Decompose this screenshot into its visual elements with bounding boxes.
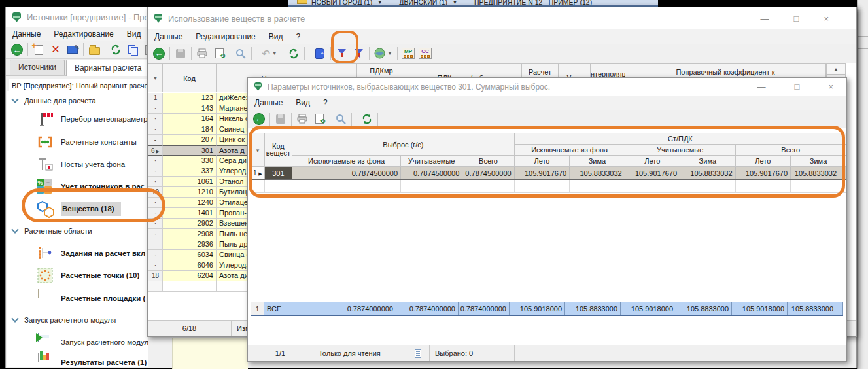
menu-item[interactable]: Данные bbox=[254, 98, 283, 107]
menu-item[interactable]: ? bbox=[323, 98, 328, 107]
tree-item-background-posts[interactable]: Посты учета фона bbox=[7, 154, 148, 174]
row-number: · bbox=[148, 166, 163, 177]
filter-button[interactable] bbox=[333, 46, 350, 62]
column-filter-icon[interactable]: ▼ bbox=[153, 75, 158, 81]
menu-item[interactable]: Вид bbox=[127, 29, 141, 39]
refresh-button[interactable] bbox=[285, 46, 302, 62]
back-button[interactable]: ← bbox=[251, 111, 268, 127]
menu-item[interactable]: Редактирование bbox=[54, 29, 113, 39]
tree-section-label: Запуск расчетного модуля bbox=[24, 316, 116, 324]
tree-section-0[interactable]: Данные для расчета bbox=[7, 91, 148, 111]
maximize-button[interactable]: □ bbox=[794, 14, 799, 24]
minimize-button[interactable]: — bbox=[761, 14, 769, 24]
search-button[interactable] bbox=[332, 111, 349, 127]
col-header[interactable]: Лето bbox=[735, 156, 790, 167]
tree-item-calc-tasks[interactable]: Задания на расчет вкл bbox=[7, 243, 148, 263]
tree-item-meteo-flag[interactable]: Перебор метеопараметров bbox=[7, 109, 148, 129]
emissions-table: ▼ Код вещест Выброс (г/с) Ст/ПДК Исключа… bbox=[251, 133, 846, 193]
delete-x-icon: ✕ bbox=[51, 44, 60, 55]
delete-button[interactable]: ✕ bbox=[47, 42, 64, 58]
refresh-button[interactable] bbox=[358, 111, 375, 127]
globe-icon bbox=[374, 48, 385, 59]
row-number: 10 bbox=[148, 187, 163, 198]
table-row[interactable]: 1 ▶ 301 0.7874500000 0.7874500000 0.7874… bbox=[251, 167, 846, 180]
col-header[interactable]: Зима bbox=[680, 156, 735, 167]
minimize-icon[interactable]: — bbox=[860, 5, 868, 14]
print-preview-button[interactable] bbox=[311, 111, 328, 127]
new-button[interactable] bbox=[30, 42, 47, 58]
group-header-emission[interactable]: Выброс (г/с) bbox=[292, 133, 515, 156]
substances-titlebar: Использование веществ в расчете — □ × bbox=[148, 7, 856, 29]
cc-icon: CC bbox=[419, 48, 432, 59]
tree-item-run-module[interactable]: Запуск расчетного модуля bbox=[7, 332, 148, 352]
menu-item[interactable]: Данные bbox=[154, 32, 182, 41]
row-number: · bbox=[148, 103, 163, 114]
menu-item[interactable]: Вид bbox=[269, 32, 283, 41]
print-button[interactable] bbox=[194, 46, 211, 62]
filter-selected-button[interactable]: x bbox=[350, 46, 367, 62]
menu-item[interactable]: Данные bbox=[12, 29, 41, 39]
tab-calc-variants[interactable]: Варианты расчета bbox=[66, 60, 150, 76]
tree-item-results[interactable]: Результаты расчета (1) bbox=[7, 353, 148, 367]
print-button[interactable] bbox=[294, 111, 311, 127]
menu-item[interactable]: Редактирование bbox=[196, 32, 255, 41]
col-header-substance-code[interactable]: Код вещест bbox=[264, 133, 292, 167]
scroll-up-icon[interactable]: ▲ bbox=[827, 64, 845, 75]
row-number: · bbox=[148, 124, 163, 135]
back-button[interactable]: ← bbox=[150, 46, 167, 62]
close-button[interactable]: × bbox=[828, 82, 833, 92]
save-button[interactable] bbox=[172, 46, 189, 62]
tree-item-substances[interactable]: Вещества (18) bbox=[7, 199, 148, 219]
menu-item[interactable]: ? bbox=[296, 32, 301, 41]
tree-item-calc-areas[interactable]: Расчетные площадки ( bbox=[7, 289, 148, 308]
open-button[interactable] bbox=[86, 42, 103, 58]
undo-button[interactable]: ↶▼ bbox=[258, 46, 281, 62]
col-header-code[interactable]: Код bbox=[163, 63, 217, 92]
refresh-icon bbox=[111, 44, 121, 55]
copy-icon bbox=[128, 45, 138, 55]
col-header[interactable]: Лето bbox=[625, 156, 680, 167]
rename-button[interactable] bbox=[64, 42, 81, 58]
minimize-button[interactable]: — bbox=[757, 82, 766, 92]
search-button[interactable] bbox=[232, 46, 249, 62]
background-posts-icon bbox=[37, 156, 54, 173]
col-header[interactable]: Исключаемые из фона bbox=[292, 156, 401, 167]
save-button[interactable] bbox=[272, 111, 289, 127]
row-filter-header[interactable]: ▼ bbox=[251, 133, 265, 167]
subgroup-total[interactable]: Всего bbox=[735, 145, 846, 156]
group-header-st-pdk[interactable]: Ст/ПДК bbox=[514, 133, 846, 145]
tree-section-2[interactable]: Запуск расчетного модуля bbox=[7, 310, 148, 330]
mp-button[interactable]: MP bbox=[400, 46, 417, 62]
maximize-button[interactable]: □ bbox=[795, 82, 800, 92]
copy-button[interactable] bbox=[124, 42, 141, 58]
print-preview-button[interactable] bbox=[211, 46, 228, 62]
col-header[interactable]: Лето bbox=[514, 156, 569, 167]
tab-sources[interactable]: Источники bbox=[10, 60, 65, 75]
catalog-button[interactable] bbox=[311, 46, 328, 62]
export-button[interactable]: ▼ bbox=[372, 46, 395, 62]
col-header[interactable]: Учитываемые bbox=[401, 156, 462, 167]
menu-item[interactable]: Вид bbox=[296, 98, 310, 107]
tree-item-calc-constants[interactable]: Расчетные константы bbox=[7, 132, 148, 152]
tree-section-1[interactable]: Расчетные области bbox=[7, 221, 148, 241]
printer-icon bbox=[197, 48, 207, 58]
subgroup-accounted[interactable]: Учитываемые bbox=[625, 145, 735, 156]
tree-item-sources-account[interactable]: %−+−Учет источников в рас bbox=[7, 177, 148, 196]
col-header[interactable]: Всего bbox=[462, 156, 514, 167]
subgroup-excluded[interactable]: Исключаемые из фона bbox=[514, 145, 625, 156]
chevron-down-icon: ▼ bbox=[387, 50, 392, 56]
enterprise-selector[interactable]: ПРЕДПРИЯТИЕ N 12 - ПРИМЕР (12) bbox=[474, 0, 592, 6]
district-selector[interactable]: ДВИНСКИЙ (1)▼ bbox=[399, 0, 457, 6]
refresh-button[interactable] bbox=[107, 42, 124, 58]
source-params-window: Параметры источников, выбрасывающих веще… bbox=[247, 77, 847, 362]
city-selector[interactable]: НОВЫЙ ГОРОД (1)▼ bbox=[311, 0, 382, 6]
row-marker-icon: ▶ bbox=[258, 171, 262, 176]
tree-item-calc-points[interactable]: Расчетные точки (10) bbox=[7, 266, 148, 285]
back-button[interactable]: ← bbox=[9, 42, 26, 58]
cc-button[interactable]: CC bbox=[417, 46, 434, 62]
calc-constants-icon bbox=[37, 133, 54, 150]
close-button[interactable]: × bbox=[824, 14, 829, 24]
back-icon: ← bbox=[11, 44, 23, 56]
col-header[interactable]: Зима bbox=[791, 156, 846, 167]
col-header[interactable]: Зима bbox=[570, 156, 625, 167]
